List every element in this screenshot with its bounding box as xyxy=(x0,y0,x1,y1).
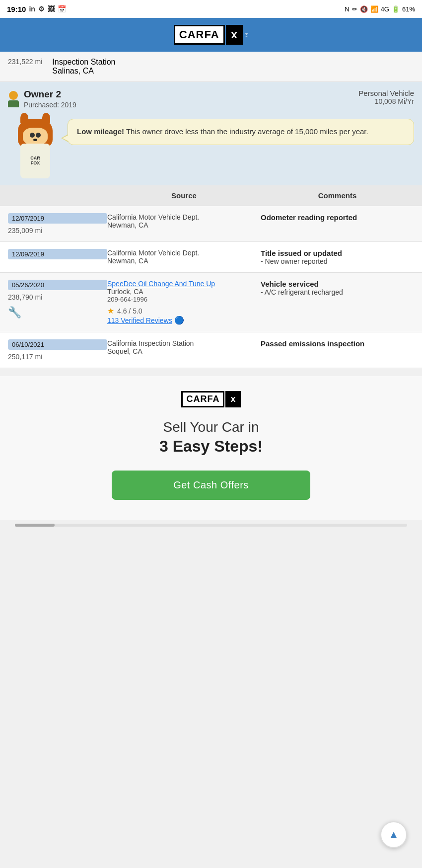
mute-icon: 🔇 xyxy=(360,5,368,13)
source-location: Turlock, CA xyxy=(107,288,256,296)
record-comment-col: Odometer reading reported xyxy=(261,213,414,222)
fox-ear-left xyxy=(20,113,28,123)
owner-avatar xyxy=(8,91,19,107)
avatar-head xyxy=(9,91,18,100)
carfox-area: CARFOX Low mileage! This owner drove les… xyxy=(8,114,414,185)
record-mileage: 238,790 mi xyxy=(8,293,107,301)
source-name: California Motor Vehicle Dept. xyxy=(107,213,256,221)
col-header-comments: Comments xyxy=(261,191,414,200)
logo-text: CARFA xyxy=(174,25,225,45)
records-header: Source Comments xyxy=(0,185,422,206)
record-comment-extra: - New owner reported xyxy=(261,257,414,265)
source-phone: 209-664-1996 xyxy=(107,296,256,303)
record-date-col: 12/09/2019 xyxy=(8,249,107,259)
record-mileage: 250,117 mi xyxy=(8,353,107,361)
star-icon: ★ xyxy=(107,306,114,316)
fox-face xyxy=(23,128,48,145)
table-row: 05/26/2020 238,790 mi 🔧 SpeeDee Oil Chan… xyxy=(0,273,422,332)
source-link[interactable]: SpeeDee Oil Change And Tune Up xyxy=(107,280,215,288)
record-date-badge: 06/10/2021 xyxy=(8,339,107,350)
scrollbar-thumb xyxy=(15,524,55,527)
source-location: Newman, CA xyxy=(107,257,256,265)
battery-icon: 🔋 xyxy=(392,5,400,13)
record-comment-bold: Vehicle serviced xyxy=(261,280,414,288)
speech-bold: Low mileage! xyxy=(77,127,124,136)
mi-per-year: 10,008 Mi/Yr xyxy=(358,97,414,105)
record-comment-bold: Passed emissions inspection xyxy=(261,339,414,348)
col-header-date xyxy=(8,191,107,200)
owner-header: Owner 2 Purchased: 2019 Personal Vehicle… xyxy=(8,89,414,109)
owner-left: Owner 2 Purchased: 2019 xyxy=(8,89,76,109)
record-comment-bold: Title issued or updated xyxy=(261,249,414,257)
verified-badge-icon: 🔵 xyxy=(174,316,184,324)
table-row: 06/10/2021 250,117 mi California Inspect… xyxy=(0,332,422,368)
record-mileage: 235,009 mi xyxy=(8,227,107,235)
fox-shirt-text: CARFOX xyxy=(30,156,40,166)
sell-carfax-logo: CARFA x xyxy=(181,391,240,407)
wifi-icon: 📶 xyxy=(370,5,378,13)
sell-logo-text: CARFA xyxy=(181,391,224,407)
fox-nose xyxy=(33,139,37,141)
nfc-icon: N xyxy=(345,5,349,13)
record-source-col: California Inspection Station Soquel, CA xyxy=(107,339,261,355)
sell-section: CARFA x Sell Your Car in 3 Easy Steps! G… xyxy=(0,376,422,520)
record-date-col: 06/10/2021 250,117 mi xyxy=(8,339,107,361)
verified-link[interactable]: 113 Verified Reviews xyxy=(107,316,172,324)
carfox-image: CARFOX xyxy=(8,114,68,178)
prev-source-info: Inspection Station Salinas, CA xyxy=(52,58,115,76)
col-header-source: Source xyxy=(107,191,261,200)
fox-body: CARFOX xyxy=(13,119,58,178)
logo-x: x xyxy=(226,25,243,45)
vehicle-type: Personal Vehicle xyxy=(358,89,414,97)
verified-reviews: 113 Verified Reviews 🔵 xyxy=(107,316,256,325)
record-date-col: 12/07/2019 235,009 mi xyxy=(8,213,107,235)
record-source-col: SpeeDee Oil Change And Tune Up Turlock, … xyxy=(107,280,261,325)
sell-title: Sell Your Car in xyxy=(163,419,259,435)
carfax-logo: CARFA x ® xyxy=(174,25,248,45)
image-icon: 🖼 xyxy=(48,5,55,13)
records-table: Source Comments 12/07/2019 235,009 mi Ca… xyxy=(0,185,422,368)
record-date-badge: 12/09/2019 xyxy=(8,249,107,259)
record-comment-col: Title issued or updated - New owner repo… xyxy=(261,249,414,265)
source-location: Soquel, CA xyxy=(107,347,256,355)
record-date-col: 05/26/2020 238,790 mi 🔧 xyxy=(8,280,107,319)
record-comment-col: Vehicle serviced - A/C refrigerant recha… xyxy=(261,280,414,296)
rating-text: 4.6 / 5.0 xyxy=(117,307,142,315)
linkedin-icon: in xyxy=(29,5,35,13)
source-location: Newman, CA xyxy=(107,221,256,229)
prev-source-name: Inspection Station xyxy=(52,58,115,67)
get-cash-offers-button[interactable]: Get Cash Offers xyxy=(112,471,310,500)
record-rating: ★ 4.6 / 5.0 xyxy=(107,306,256,316)
record-comment-extra: - A/C refrigerant recharged xyxy=(261,288,414,296)
fox-eye-right xyxy=(36,133,41,138)
owner-number: Owner 2 xyxy=(24,89,76,100)
owner-purchased: Purchased: 2019 xyxy=(24,101,76,109)
prev-record: 231,522 mi Inspection Station Salinas, C… xyxy=(0,52,422,82)
fox-eye-left xyxy=(30,133,35,138)
sell-subtitle: 3 Easy Steps! xyxy=(159,437,263,456)
owner-info: Owner 2 Purchased: 2019 xyxy=(24,89,76,109)
speech-text: This owner drove less than the industry … xyxy=(124,127,368,136)
owner-section: Owner 2 Purchased: 2019 Personal Vehicle… xyxy=(0,82,422,185)
avatar-body xyxy=(8,100,19,107)
logo-registered: ® xyxy=(245,32,248,38)
record-source-col: California Motor Vehicle Dept. Newman, C… xyxy=(107,213,261,229)
fox-torso: CARFOX xyxy=(20,144,50,178)
signal-icon: 4G xyxy=(381,5,389,13)
source-name: California Motor Vehicle Dept. xyxy=(107,249,256,257)
scroll-top-button[interactable]: ▲ xyxy=(380,821,407,848)
status-time: 19:10 xyxy=(7,5,26,13)
prev-source-location: Salinas, CA xyxy=(52,67,115,76)
owner-right: Personal Vehicle 10,008 Mi/Yr xyxy=(358,89,414,105)
service-icon: 🔧 xyxy=(8,306,107,319)
status-right: N ✏ 🔇 📶 4G 🔋 61% xyxy=(345,5,415,13)
battery-pct: 61% xyxy=(402,5,415,13)
table-row: 12/07/2019 235,009 mi California Motor V… xyxy=(0,206,422,242)
edit-icon: ✏ xyxy=(352,5,357,13)
record-date-badge: 05/26/2020 xyxy=(8,280,107,290)
record-source-col: California Motor Vehicle Dept. Newman, C… xyxy=(107,249,261,265)
status-left: 19:10 in ⚙ 🖼 📅 xyxy=(7,5,66,13)
status-bar: 19:10 in ⚙ 🖼 📅 N ✏ 🔇 📶 4G 🔋 61% xyxy=(0,0,422,18)
source-name: California Inspection Station xyxy=(107,339,256,347)
table-row: 12/09/2019 California Motor Vehicle Dept… xyxy=(0,242,422,273)
